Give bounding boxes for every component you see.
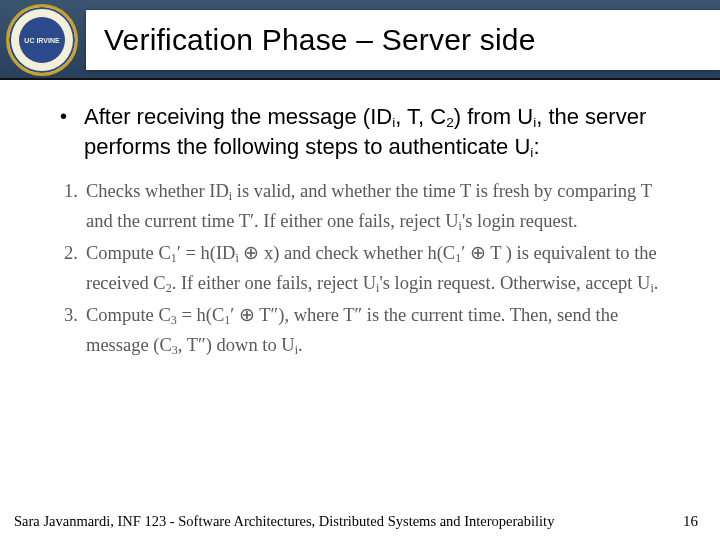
step-3: 3. Compute C3 = h(C1′ ⊕ T″), where T″ is… bbox=[64, 301, 670, 361]
t: Compute C bbox=[86, 243, 171, 263]
step-text: Compute C1′ = h(IDi ⊕ x) and check wheth… bbox=[86, 239, 670, 299]
page-number: 16 bbox=[683, 513, 698, 530]
footer-text: Sara Javanmardi, INF 123 - Software Arch… bbox=[14, 513, 554, 530]
t: ⊕ x) and check whether h(C bbox=[239, 243, 455, 263]
t: : bbox=[533, 134, 539, 159]
step-1: 1. Checks whether IDi is valid, and whet… bbox=[64, 177, 670, 237]
t: After receiving the message (ID bbox=[84, 104, 392, 129]
t: i bbox=[235, 251, 238, 265]
t: , T, C bbox=[395, 104, 446, 129]
footer: Sara Javanmardi, INF 123 - Software Arch… bbox=[0, 513, 720, 530]
t: = h(C bbox=[177, 305, 224, 325]
slide-title: Verification Phase – Server side bbox=[104, 23, 536, 57]
header-bar: UC IRVINE Verification Phase – Server si… bbox=[0, 0, 720, 80]
step-num: 3. bbox=[64, 301, 86, 361]
t: ′ = h(ID bbox=[177, 243, 236, 263]
steps-list: 1. Checks whether IDi is valid, and whet… bbox=[60, 177, 670, 361]
t: . If either one fails, reject U bbox=[172, 273, 376, 293]
t: i bbox=[392, 115, 395, 130]
t: . bbox=[298, 335, 303, 355]
step-text: Compute C3 = h(C1′ ⊕ T″), where T″ is th… bbox=[86, 301, 670, 361]
t: i bbox=[459, 219, 462, 233]
t: 1 bbox=[171, 251, 177, 265]
step-num: 2. bbox=[64, 239, 86, 299]
t: i bbox=[295, 343, 298, 357]
title-container: Verification Phase – Server side bbox=[86, 10, 720, 70]
step-text: Checks whether IDi is valid, and whether… bbox=[86, 177, 670, 237]
slide-body: • After receiving the message (IDi, T, C… bbox=[0, 80, 720, 540]
bullet-dot-icon: • bbox=[60, 102, 84, 161]
intro-bullet: • After receiving the message (IDi, T, C… bbox=[60, 102, 670, 161]
t: 2 bbox=[446, 115, 454, 130]
t: 1 bbox=[224, 313, 230, 327]
t: i bbox=[530, 145, 533, 160]
t: i bbox=[533, 115, 536, 130]
seal-inner: UC IRVINE bbox=[19, 17, 65, 63]
t: i bbox=[650, 281, 653, 295]
t: Compute C bbox=[86, 305, 171, 325]
uc-seal-icon: UC IRVINE bbox=[6, 4, 78, 76]
t: 1 bbox=[455, 251, 461, 265]
t: 's login request. bbox=[462, 211, 578, 231]
intro-text: After receiving the message (IDi, T, C2)… bbox=[84, 102, 670, 161]
t: Checks whether ID bbox=[86, 181, 229, 201]
t: i bbox=[376, 281, 379, 295]
header-divider bbox=[0, 78, 720, 80]
t: 's login request. Otherwise, accept U bbox=[379, 273, 650, 293]
t: , T″) down to U bbox=[178, 335, 295, 355]
t: 3 bbox=[172, 343, 178, 357]
step-2: 2. Compute C1′ = h(IDi ⊕ x) and check wh… bbox=[64, 239, 670, 299]
t: 3 bbox=[171, 313, 177, 327]
t: i bbox=[229, 189, 232, 203]
t: ) from U bbox=[454, 104, 533, 129]
t: . bbox=[654, 273, 659, 293]
t: 2 bbox=[166, 281, 172, 295]
slide: UC IRVINE Verification Phase – Server si… bbox=[0, 0, 720, 540]
step-num: 1. bbox=[64, 177, 86, 237]
